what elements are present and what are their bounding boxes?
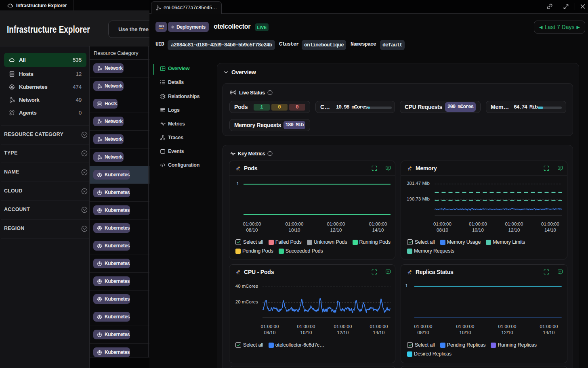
svg-text:aws: aws: [158, 25, 164, 27]
